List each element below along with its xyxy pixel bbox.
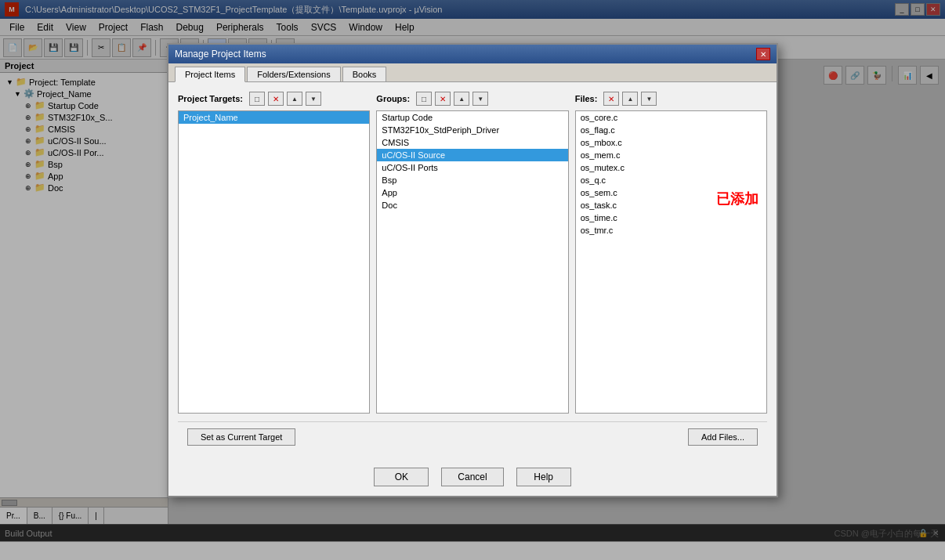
manage-project-dialog: Manage Project Items ✕ Project Items Fol… (167, 43, 778, 497)
help-button[interactable]: Help (516, 468, 571, 486)
move-file-up-btn[interactable] (622, 92, 638, 106)
delete-target-btn[interactable] (268, 92, 284, 106)
file-item[interactable]: os_mbox.c (576, 136, 766, 149)
file-item[interactable]: os_task.c (576, 199, 766, 211)
move-group-up-btn[interactable] (454, 92, 469, 106)
tab-books[interactable]: Books (342, 67, 387, 81)
new-target-btn[interactable] (249, 92, 265, 106)
file-item[interactable]: os_mem.c (576, 149, 766, 161)
set-as-current-target-button[interactable]: Set as Current Target (187, 428, 295, 446)
file-item[interactable]: os_flag.c (576, 124, 766, 136)
dialog-tabs: Project Items Folders/Extensions Books (168, 63, 777, 82)
file-item[interactable]: os_sem.c (576, 186, 766, 199)
project-targets-list[interactable]: Project_Name (178, 110, 370, 414)
columns-row: Project Targets: Project_Name Groups: (178, 92, 767, 414)
dialog-title-text: Manage Project Items (175, 49, 266, 60)
group-item[interactable]: Bsp (377, 174, 567, 186)
groups-label: Groups: (376, 94, 410, 103)
groups-panel: Groups: Startup CodeSTM32F10x_StdPeriph_… (376, 92, 568, 414)
dialog-overlay: Manage Project Items ✕ Project Items Fol… (0, 0, 945, 560)
groups-list[interactable]: Startup CodeSTM32F10x_StdPeriph_DriverCM… (376, 110, 568, 414)
move-target-down-btn[interactable] (306, 92, 321, 106)
cancel-button[interactable]: Cancel (441, 468, 503, 486)
ok-button[interactable]: OK (374, 468, 429, 486)
tab-folders-extensions[interactable]: Folders/Extensions (247, 67, 341, 81)
add-files-button[interactable]: Add Files... (688, 428, 758, 446)
delete-group-btn[interactable] (435, 92, 451, 106)
dialog-title-bar: Manage Project Items ✕ (168, 45, 777, 63)
group-item[interactable]: CMSIS (377, 136, 567, 149)
file-item[interactable]: os_q.c (576, 174, 766, 186)
group-item[interactable]: STM32F10x_StdPeriph_Driver (377, 124, 567, 136)
group-item[interactable]: uC/OS-II Source (377, 149, 567, 161)
files-panel: Files: os_core.cos_flag.cos_mbox.cos_mem… (575, 92, 767, 414)
dialog-close-button[interactable]: ✕ (756, 48, 770, 60)
file-item[interactable]: os_mutex.c (576, 161, 766, 174)
move-file-down-btn[interactable] (641, 92, 657, 106)
dialog-content: Project Targets: Project_Name Groups: (168, 82, 777, 461)
target-item-project-name[interactable]: Project_Name (179, 111, 369, 124)
project-targets-panel: Project Targets: Project_Name (178, 92, 370, 414)
file-item[interactable]: os_time.c (576, 211, 766, 224)
groups-header: Groups: (376, 92, 568, 107)
files-label: Files: (575, 94, 598, 103)
new-group-btn[interactable] (416, 92, 432, 106)
project-targets-label: Project Targets: (178, 94, 243, 103)
dialog-actions: Set as Current Target Add Files... (178, 421, 767, 452)
tab-project-items[interactable]: Project Items (175, 67, 245, 82)
project-targets-header: Project Targets: (178, 92, 370, 107)
move-target-up-btn[interactable] (287, 92, 302, 106)
group-item[interactable]: uC/OS-II Ports (377, 161, 567, 174)
file-item[interactable]: os_tmr.c (576, 224, 766, 237)
move-group-down-btn[interactable] (472, 92, 488, 106)
files-header: Files: (575, 92, 767, 107)
delete-file-btn[interactable] (603, 92, 619, 106)
file-item[interactable]: os_core.c (576, 111, 766, 124)
group-item[interactable]: App (377, 186, 567, 199)
files-list[interactable]: os_core.cos_flag.cos_mbox.cos_mem.cos_mu… (575, 110, 767, 414)
dialog-bottom-buttons: OK Cancel Help (168, 461, 777, 496)
group-item[interactable]: Doc (377, 199, 567, 211)
group-item[interactable]: Startup Code (377, 111, 567, 124)
